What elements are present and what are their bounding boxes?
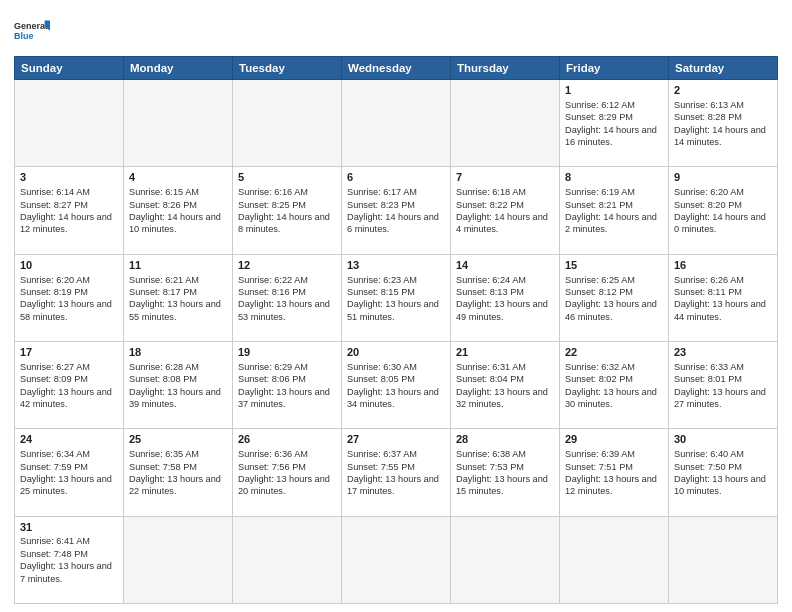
calendar-cell: 5Sunrise: 6:16 AM Sunset: 8:25 PM Daylig… [233, 167, 342, 254]
calendar-table: SundayMondayTuesdayWednesdayThursdayFrid… [14, 56, 778, 604]
calendar-cell: 2Sunrise: 6:13 AM Sunset: 8:28 PM Daylig… [669, 80, 778, 167]
logo-svg: General Blue [14, 12, 50, 48]
calendar-cell: 12Sunrise: 6:22 AM Sunset: 8:16 PM Dayli… [233, 254, 342, 341]
day-number: 13 [347, 258, 445, 273]
day-info: Sunrise: 6:41 AM Sunset: 7:48 PM Dayligh… [20, 535, 118, 585]
day-number: 25 [129, 432, 227, 447]
day-info: Sunrise: 6:32 AM Sunset: 8:02 PM Dayligh… [565, 361, 663, 411]
day-info: Sunrise: 6:24 AM Sunset: 8:13 PM Dayligh… [456, 274, 554, 324]
calendar-cell [124, 80, 233, 167]
calendar-weekday-monday: Monday [124, 57, 233, 80]
day-number: 11 [129, 258, 227, 273]
calendar-cell: 4Sunrise: 6:15 AM Sunset: 8:26 PM Daylig… [124, 167, 233, 254]
svg-text:Blue: Blue [14, 31, 34, 41]
day-number: 16 [674, 258, 772, 273]
calendar-cell: 17Sunrise: 6:27 AM Sunset: 8:09 PM Dayli… [15, 341, 124, 428]
day-info: Sunrise: 6:36 AM Sunset: 7:56 PM Dayligh… [238, 448, 336, 498]
calendar-header-row: SundayMondayTuesdayWednesdayThursdayFrid… [15, 57, 778, 80]
day-number: 30 [674, 432, 772, 447]
day-info: Sunrise: 6:20 AM Sunset: 8:20 PM Dayligh… [674, 186, 772, 236]
day-info: Sunrise: 6:39 AM Sunset: 7:51 PM Dayligh… [565, 448, 663, 498]
calendar-cell: 30Sunrise: 6:40 AM Sunset: 7:50 PM Dayli… [669, 429, 778, 516]
day-info: Sunrise: 6:13 AM Sunset: 8:28 PM Dayligh… [674, 99, 772, 149]
day-info: Sunrise: 6:31 AM Sunset: 8:04 PM Dayligh… [456, 361, 554, 411]
calendar-cell [233, 80, 342, 167]
day-info: Sunrise: 6:34 AM Sunset: 7:59 PM Dayligh… [20, 448, 118, 498]
day-info: Sunrise: 6:28 AM Sunset: 8:08 PM Dayligh… [129, 361, 227, 411]
day-info: Sunrise: 6:22 AM Sunset: 8:16 PM Dayligh… [238, 274, 336, 324]
calendar-cell: 24Sunrise: 6:34 AM Sunset: 7:59 PM Dayli… [15, 429, 124, 516]
calendar-cell [669, 516, 778, 603]
calendar-cell: 6Sunrise: 6:17 AM Sunset: 8:23 PM Daylig… [342, 167, 451, 254]
day-number: 6 [347, 170, 445, 185]
day-info: Sunrise: 6:20 AM Sunset: 8:19 PM Dayligh… [20, 274, 118, 324]
calendar-cell: 7Sunrise: 6:18 AM Sunset: 8:22 PM Daylig… [451, 167, 560, 254]
day-number: 2 [674, 83, 772, 98]
day-info: Sunrise: 6:12 AM Sunset: 8:29 PM Dayligh… [565, 99, 663, 149]
day-info: Sunrise: 6:27 AM Sunset: 8:09 PM Dayligh… [20, 361, 118, 411]
calendar-cell: 14Sunrise: 6:24 AM Sunset: 8:13 PM Dayli… [451, 254, 560, 341]
calendar-cell: 20Sunrise: 6:30 AM Sunset: 8:05 PM Dayli… [342, 341, 451, 428]
calendar-week-row: 24Sunrise: 6:34 AM Sunset: 7:59 PM Dayli… [15, 429, 778, 516]
calendar-cell [233, 516, 342, 603]
day-number: 17 [20, 345, 118, 360]
page: General Blue SundayMondayTuesdayWednesda… [0, 0, 792, 612]
calendar-cell [342, 80, 451, 167]
calendar-cell [15, 80, 124, 167]
calendar-cell [451, 516, 560, 603]
calendar-cell: 25Sunrise: 6:35 AM Sunset: 7:58 PM Dayli… [124, 429, 233, 516]
calendar-cell: 18Sunrise: 6:28 AM Sunset: 8:08 PM Dayli… [124, 341, 233, 428]
day-number: 27 [347, 432, 445, 447]
calendar-cell: 13Sunrise: 6:23 AM Sunset: 8:15 PM Dayli… [342, 254, 451, 341]
calendar-week-row: 1Sunrise: 6:12 AM Sunset: 8:29 PM Daylig… [15, 80, 778, 167]
day-number: 29 [565, 432, 663, 447]
day-info: Sunrise: 6:38 AM Sunset: 7:53 PM Dayligh… [456, 448, 554, 498]
calendar-cell: 1Sunrise: 6:12 AM Sunset: 8:29 PM Daylig… [560, 80, 669, 167]
day-info: Sunrise: 6:16 AM Sunset: 8:25 PM Dayligh… [238, 186, 336, 236]
calendar-cell [451, 80, 560, 167]
calendar-week-row: 17Sunrise: 6:27 AM Sunset: 8:09 PM Dayli… [15, 341, 778, 428]
calendar-cell: 8Sunrise: 6:19 AM Sunset: 8:21 PM Daylig… [560, 167, 669, 254]
day-number: 12 [238, 258, 336, 273]
calendar-weekday-wednesday: Wednesday [342, 57, 451, 80]
day-info: Sunrise: 6:14 AM Sunset: 8:27 PM Dayligh… [20, 186, 118, 236]
day-info: Sunrise: 6:33 AM Sunset: 8:01 PM Dayligh… [674, 361, 772, 411]
day-number: 4 [129, 170, 227, 185]
calendar-cell: 21Sunrise: 6:31 AM Sunset: 8:04 PM Dayli… [451, 341, 560, 428]
day-number: 15 [565, 258, 663, 273]
calendar-cell: 19Sunrise: 6:29 AM Sunset: 8:06 PM Dayli… [233, 341, 342, 428]
day-info: Sunrise: 6:25 AM Sunset: 8:12 PM Dayligh… [565, 274, 663, 324]
day-number: 8 [565, 170, 663, 185]
day-number: 10 [20, 258, 118, 273]
calendar-cell: 9Sunrise: 6:20 AM Sunset: 8:20 PM Daylig… [669, 167, 778, 254]
day-info: Sunrise: 6:19 AM Sunset: 8:21 PM Dayligh… [565, 186, 663, 236]
calendar-cell [124, 516, 233, 603]
day-info: Sunrise: 6:37 AM Sunset: 7:55 PM Dayligh… [347, 448, 445, 498]
day-info: Sunrise: 6:18 AM Sunset: 8:22 PM Dayligh… [456, 186, 554, 236]
day-info: Sunrise: 6:21 AM Sunset: 8:17 PM Dayligh… [129, 274, 227, 324]
calendar-cell: 15Sunrise: 6:25 AM Sunset: 8:12 PM Dayli… [560, 254, 669, 341]
calendar-cell: 29Sunrise: 6:39 AM Sunset: 7:51 PM Dayli… [560, 429, 669, 516]
calendar-cell: 3Sunrise: 6:14 AM Sunset: 8:27 PM Daylig… [15, 167, 124, 254]
calendar-week-row: 10Sunrise: 6:20 AM Sunset: 8:19 PM Dayli… [15, 254, 778, 341]
calendar-weekday-saturday: Saturday [669, 57, 778, 80]
calendar-cell: 22Sunrise: 6:32 AM Sunset: 8:02 PM Dayli… [560, 341, 669, 428]
calendar-cell: 27Sunrise: 6:37 AM Sunset: 7:55 PM Dayli… [342, 429, 451, 516]
day-info: Sunrise: 6:17 AM Sunset: 8:23 PM Dayligh… [347, 186, 445, 236]
day-number: 9 [674, 170, 772, 185]
calendar-cell: 31Sunrise: 6:41 AM Sunset: 7:48 PM Dayli… [15, 516, 124, 603]
day-number: 7 [456, 170, 554, 185]
calendar-cell [342, 516, 451, 603]
day-number: 23 [674, 345, 772, 360]
day-number: 18 [129, 345, 227, 360]
day-info: Sunrise: 6:23 AM Sunset: 8:15 PM Dayligh… [347, 274, 445, 324]
calendar-weekday-thursday: Thursday [451, 57, 560, 80]
day-info: Sunrise: 6:30 AM Sunset: 8:05 PM Dayligh… [347, 361, 445, 411]
calendar-cell [560, 516, 669, 603]
day-number: 5 [238, 170, 336, 185]
calendar-cell: 23Sunrise: 6:33 AM Sunset: 8:01 PM Dayli… [669, 341, 778, 428]
day-number: 21 [456, 345, 554, 360]
day-number: 22 [565, 345, 663, 360]
calendar-weekday-sunday: Sunday [15, 57, 124, 80]
day-number: 24 [20, 432, 118, 447]
